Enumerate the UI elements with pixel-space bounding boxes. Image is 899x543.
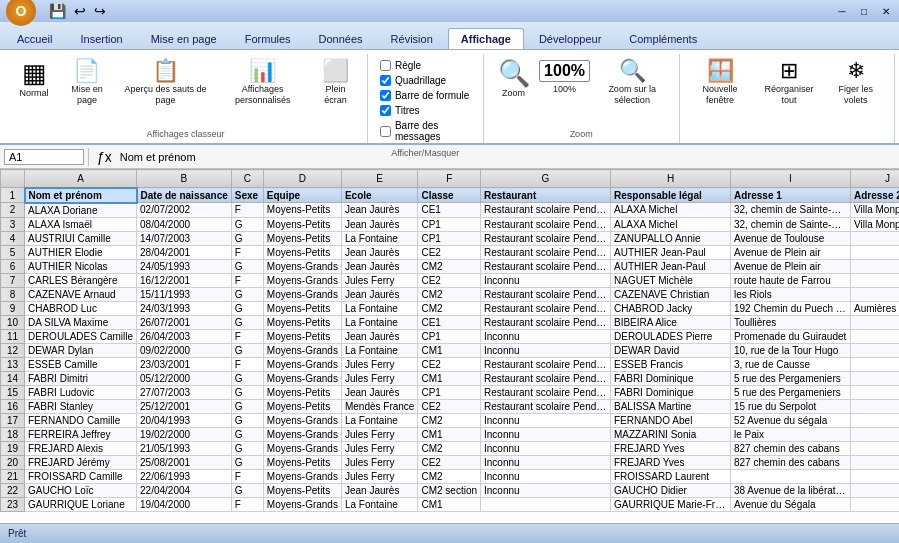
cell-r8-c7[interactable]: CAZENAVE Christian [611,287,731,301]
cell-r7-c3[interactable]: Moyens-Grands [263,273,341,287]
btn-affichages-perso[interactable]: 📊 Affichages personnalisés [217,56,308,110]
cell-r16-c4[interactable]: Mendès France [341,399,417,413]
header-cell-2[interactable]: Sexe [231,188,263,203]
cell-r17-c3[interactable]: Moyens-Grands [263,413,341,427]
cell-r5-c1[interactable]: 28/04/2001 [137,245,232,259]
cell-r20-c8[interactable]: 827 chemin des cabans [731,455,851,469]
cell-r9-c8[interactable]: 192 Chemin du Puech des Imbert [731,301,851,315]
cell-r5-c5[interactable]: CE2 [418,245,481,259]
cell-r8-c0[interactable]: CAZENAVE Arnaud [25,287,137,301]
cell-r21-c5[interactable]: CM2 [418,469,481,483]
formula-icon[interactable]: ƒx [97,149,112,165]
cell-r5-c4[interactable]: Jean Jaurès [341,245,417,259]
row-num-22[interactable]: 22 [1,483,25,497]
check-barre-messages-input[interactable] [380,126,391,137]
cell-r9-c5[interactable]: CM2 [418,301,481,315]
cell-r5-c7[interactable]: AUTHIER Jean-Paul [611,245,731,259]
cell-r6-c8[interactable]: Avenue de Plein air [731,259,851,273]
cell-r12-c4[interactable]: La Fontaine [341,343,417,357]
cell-r22-c9[interactable] [851,483,900,497]
row-num-3[interactable]: 3 [1,217,25,231]
cell-r6-c0[interactable]: AUTHIER Nicolas [25,259,137,273]
row-num-15[interactable]: 15 [1,385,25,399]
btn-zoom[interactable]: 🔍 Zoom [492,56,536,103]
row-num-16[interactable]: 16 [1,399,25,413]
cell-r8-c8[interactable]: les Riols [731,287,851,301]
cell-r9-c4[interactable]: La Fontaine [341,301,417,315]
cell-r2-c6[interactable]: Restaurant scolaire Penduriès [481,203,611,218]
cell-r10-c3[interactable]: Moyens-Petits [263,315,341,329]
cell-r14-c5[interactable]: CM1 [418,371,481,385]
cell-r20-c6[interactable]: Inconnu [481,455,611,469]
cell-r6-c4[interactable]: Jean Jaurès [341,259,417,273]
cell-r10-c5[interactable]: CE1 [418,315,481,329]
cell-r7-c6[interactable]: Inconnu [481,273,611,287]
row-num-7[interactable]: 7 [1,273,25,287]
cell-r15-c2[interactable]: G [231,385,263,399]
btn-zoom-100[interactable]: 100% 100% [540,56,590,99]
cell-r3-c4[interactable]: Jean Jaurès [341,217,417,231]
cell-r17-c7[interactable]: FERNANDO Abel [611,413,731,427]
cell-r21-c9[interactable] [851,469,900,483]
btn-figer-volets[interactable]: ❄ Figer les volets [826,56,886,110]
cell-r20-c5[interactable]: CE2 [418,455,481,469]
cell-r3-c7[interactable]: ALAXA Michel [611,217,731,231]
cell-r4-c2[interactable]: G [231,231,263,245]
btn-nouvelle-fenetre[interactable]: 🪟 Nouvelle fenêtre [688,56,753,110]
col-header-e[interactable]: E [341,170,417,188]
row-num-1[interactable]: 1 [1,188,25,203]
cell-r2-c3[interactable]: Moyens-Petits [263,203,341,218]
cell-r2-c4[interactable]: Jean Jaurès [341,203,417,218]
cell-r4-c5[interactable]: CP1 [418,231,481,245]
cell-r15-c4[interactable]: Jean Jaurès [341,385,417,399]
row-num-13[interactable]: 13 [1,357,25,371]
close-btn[interactable]: ✕ [877,3,895,19]
cell-r18-c3[interactable]: Moyens-Grands [263,427,341,441]
col-header-h[interactable]: H [611,170,731,188]
row-num-4[interactable]: 4 [1,231,25,245]
cell-r10-c6[interactable]: Restaurant scolaire Penduriès [481,315,611,329]
btn-mise-en-page[interactable]: 📄 Mise en page [60,56,114,110]
save-quick-btn[interactable]: 💾 [46,2,69,20]
cell-r19-c9[interactable] [851,441,900,455]
cell-r19-c8[interactable]: 827 chemin des cabans [731,441,851,455]
cell-r22-c4[interactable]: Jean Jaurès [341,483,417,497]
check-regle[interactable]: Règle [380,60,471,71]
cell-r14-c6[interactable]: Restaurant scolaire Penduriès [481,371,611,385]
header-cell-3[interactable]: Equipe [263,188,341,203]
cell-r13-c4[interactable]: Jules Ferry [341,357,417,371]
cell-r11-c2[interactable]: F [231,329,263,343]
cell-r19-c4[interactable]: Jules Ferry [341,441,417,455]
cell-r13-c5[interactable]: CE2 [418,357,481,371]
tab-accueil[interactable]: Accueil [4,28,65,49]
cell-r20-c1[interactable]: 25/08/2001 [137,455,232,469]
cell-r19-c6[interactable]: Inconnu [481,441,611,455]
cell-r13-c9[interactable] [851,357,900,371]
cell-r12-c1[interactable]: 09/02/2000 [137,343,232,357]
cell-r16-c2[interactable]: G [231,399,263,413]
cell-r4-c4[interactable]: La Fontaine [341,231,417,245]
cell-r5-c3[interactable]: Moyens-Petits [263,245,341,259]
cell-r18-c6[interactable]: Inconnu [481,427,611,441]
undo-quick-btn[interactable]: ↩ [71,2,89,20]
cell-r3-c2[interactable]: G [231,217,263,231]
col-header-j[interactable]: J [851,170,900,188]
cell-r11-c5[interactable]: CP1 [418,329,481,343]
cell-r14-c3[interactable]: Moyens-Grands [263,371,341,385]
header-cell-5[interactable]: Classe [418,188,481,203]
check-quadrillage-input[interactable] [380,75,391,86]
cell-r4-c9[interactable] [851,231,900,245]
cell-r9-c2[interactable]: G [231,301,263,315]
cell-r16-c9[interactable] [851,399,900,413]
cell-r4-c8[interactable]: Avenue de Toulouse [731,231,851,245]
cell-r2-c2[interactable]: F [231,203,263,218]
cell-r9-c9[interactable]: Aumières [851,301,900,315]
cell-r11-c0[interactable]: DEROULADES Camille [25,329,137,343]
col-header-b[interactable]: B [137,170,232,188]
col-header-c[interactable]: C [231,170,263,188]
header-cell-4[interactable]: Ecole [341,188,417,203]
cell-r15-c7[interactable]: FABRI Dominique [611,385,731,399]
cell-r5-c8[interactable]: Avenue de Plein air [731,245,851,259]
cell-r23-c1[interactable]: 19/04/2000 [137,497,232,511]
cell-r23-c6[interactable] [481,497,611,511]
